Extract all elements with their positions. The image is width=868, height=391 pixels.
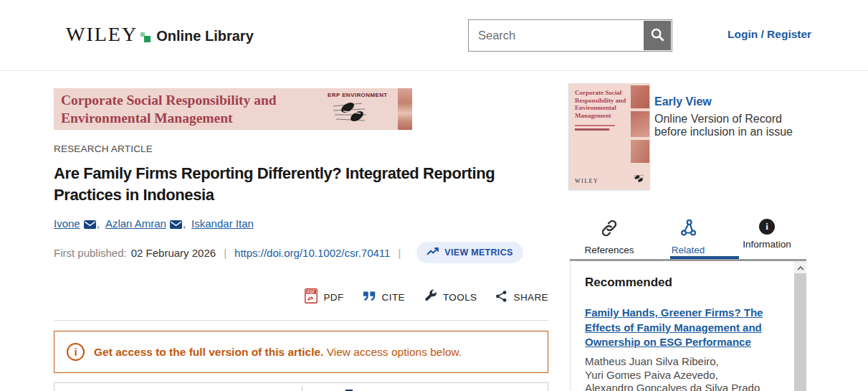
author-link[interactable]: Ivone bbox=[54, 217, 80, 230]
first-published-date: 02 February 2026 bbox=[131, 247, 216, 259]
cite-label: CITE bbox=[382, 292, 405, 303]
active-tab-indicator bbox=[670, 256, 739, 259]
tab-related[interactable]: Related bbox=[649, 215, 728, 255]
cover-meta-line bbox=[575, 128, 609, 131]
content-divider bbox=[54, 320, 548, 321]
recommended-author: Alexandro Goncalves da Silva Prado bbox=[585, 382, 760, 391]
early-view-description: Online Version of Record before inclusio… bbox=[654, 113, 811, 138]
publication-info-row: First published: 02 February 2026 | http… bbox=[54, 242, 523, 263]
access-options-panel bbox=[54, 382, 548, 391]
recommended-article-authors: Matheus Juan Silva Ribeiro, Yuri Gomes P… bbox=[585, 355, 760, 391]
quote-icon bbox=[363, 291, 376, 303]
tab-related-label: Related bbox=[672, 245, 705, 255]
cover-journal-title: Corporate Social Responsibility and Envi… bbox=[575, 89, 628, 119]
online-library-wordmark: Online Library bbox=[156, 28, 254, 44]
login-register-link[interactable]: Login / Register bbox=[728, 28, 811, 41]
pdf-icon: PDF bbox=[305, 288, 318, 306]
trend-up-icon bbox=[426, 247, 439, 258]
recommended-author: Yuri Gomes Paiva Azevedo, bbox=[585, 369, 760, 382]
view-access-options-link[interactable]: View access options below. bbox=[327, 346, 462, 358]
tools-label: TOOLS bbox=[443, 292, 477, 303]
network-icon bbox=[679, 219, 697, 240]
separator: | bbox=[224, 247, 226, 259]
author-list: Ivone , Azlan Amran , Iskandar Itan bbox=[54, 217, 254, 230]
tab-information[interactable]: i Information bbox=[728, 215, 806, 255]
author-link[interactable]: Iskandar Itan bbox=[191, 217, 254, 230]
tab-references-label: References bbox=[584, 245, 634, 255]
erp-environment-label: ERP ENVIRONMENT bbox=[328, 92, 388, 98]
share-label: SHARE bbox=[513, 292, 548, 303]
doi-link[interactable]: https://doi.org/10.1002/csr.70411 bbox=[234, 247, 390, 259]
journal-banner[interactable]: Corporate Social Responsibility and Envi… bbox=[54, 88, 412, 130]
panel-scrollbar[interactable] bbox=[794, 261, 806, 391]
info-icon: i bbox=[759, 219, 775, 235]
cover-photo-strip bbox=[631, 85, 649, 166]
wiley-wordmark: WILEY bbox=[66, 23, 138, 46]
tab-references[interactable]: References bbox=[570, 215, 649, 255]
erp-butterfly-icon bbox=[332, 99, 371, 129]
related-panel: Recommended Family Hands, Greener Firms?… bbox=[570, 261, 806, 391]
wiley-online-library-logo[interactable]: WILEY Online Library bbox=[66, 23, 254, 46]
cover-publisher-wordmark: WILEY bbox=[575, 178, 598, 184]
view-metrics-button[interactable]: VIEW METRICS bbox=[416, 242, 523, 263]
wiley-green-square-icon bbox=[140, 32, 151, 43]
pdf-button[interactable]: PDF PDF bbox=[305, 288, 343, 306]
link-icon bbox=[600, 219, 619, 240]
scrollbar-up-button[interactable] bbox=[794, 261, 806, 273]
search-box bbox=[468, 19, 672, 52]
chevron-up-icon bbox=[797, 261, 804, 273]
search-button[interactable] bbox=[644, 21, 671, 50]
recommended-article-link[interactable]: Family Hands, Greener Firms? The Effects… bbox=[585, 306, 783, 350]
wrench-icon bbox=[424, 289, 437, 305]
sidebar-tabs: References Related i Information bbox=[570, 215, 806, 255]
journal-cover-thumbnail[interactable]: Corporate Social Responsibility and Envi… bbox=[568, 83, 650, 190]
author-link[interactable]: Azlan Amran bbox=[105, 217, 166, 230]
banner-photo-strip bbox=[398, 88, 412, 130]
view-metrics-label: VIEW METRICS bbox=[444, 248, 512, 258]
search-input[interactable] bbox=[469, 20, 643, 51]
share-button[interactable]: SHARE bbox=[495, 290, 548, 305]
author-separator: , bbox=[97, 217, 100, 230]
svg-text:PDF: PDF bbox=[307, 291, 315, 294]
access-notice: i Get access to the full version of this… bbox=[54, 331, 548, 373]
article-action-bar: PDF PDF CITE TOOLS bbox=[54, 288, 548, 306]
access-options-divider bbox=[302, 386, 302, 391]
cite-button[interactable]: CITE bbox=[363, 291, 405, 303]
recommended-author: Matheus Juan Silva Ribeiro, bbox=[585, 355, 760, 369]
envelope-icon[interactable] bbox=[84, 220, 96, 229]
early-view-heading: Early View bbox=[654, 95, 712, 108]
first-published-label: First published: bbox=[54, 247, 127, 259]
access-notice-text: Get access to the full version of this a… bbox=[94, 346, 323, 358]
cover-meta-line bbox=[575, 125, 615, 126]
article-type-label: RESEARCH ARTICLE bbox=[54, 143, 153, 154]
tab-information-label: Information bbox=[743, 239, 791, 250]
wiley-article-page: WILEY Online Library Login / Register Co… bbox=[0, 0, 868, 391]
article-title: Are Family Firms Reporting Differently? … bbox=[54, 163, 564, 206]
separator: | bbox=[398, 247, 401, 259]
envelope-icon[interactable] bbox=[170, 220, 182, 229]
pdf-label: PDF bbox=[323, 292, 343, 303]
site-header: WILEY Online Library Login / Register bbox=[0, 0, 868, 71]
journal-banner-title: Corporate Social Responsibility and Envi… bbox=[61, 91, 301, 127]
author-separator: , bbox=[183, 217, 186, 230]
info-circle-icon: i bbox=[67, 343, 85, 361]
recommended-heading: Recommended bbox=[585, 275, 672, 290]
share-icon bbox=[495, 290, 507, 305]
search-icon bbox=[649, 27, 665, 44]
scrollbar-thumb[interactable] bbox=[794, 273, 806, 391]
tools-button[interactable]: TOOLS bbox=[424, 289, 477, 305]
cover-butterfly-icon bbox=[633, 173, 644, 186]
